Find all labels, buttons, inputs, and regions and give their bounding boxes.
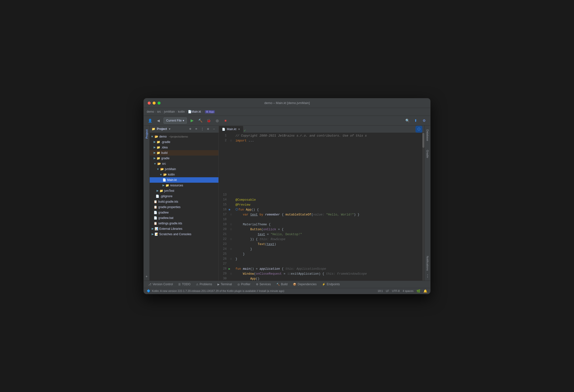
tab-services[interactable]: ⚙ Services	[253, 281, 273, 287]
maximize-button[interactable]	[158, 102, 161, 104]
code-line-29: Window(onCloseRequest = ::exitApplicatio…	[235, 271, 420, 276]
tree-item-resources[interactable]: ▶ 📁 resources	[150, 183, 218, 188]
vcs-button[interactable]: 👤	[147, 117, 153, 124]
code-line-1: // Copyright 2000-2021 JetBrains s.r.o. …	[235, 133, 420, 138]
tree-item-gradlew[interactable]: 📄 gradlew	[150, 210, 218, 215]
tab-endpoints[interactable]: ⚡ Endpoints	[320, 281, 342, 287]
code-content[interactable]: // Copyright 2000-2021 JetBrains s.r.o. …	[233, 133, 422, 281]
breadcrumb-app[interactable]: ⚙ App	[205, 110, 215, 113]
file-tree-content: ▼ 📂 demo ~/projects/demo ▶ 📁 .gradle ▶ 📁…	[150, 133, 218, 281]
locate-icon[interactable]: ⊕	[188, 126, 193, 131]
code-line-24: }	[235, 247, 420, 252]
code-line-22: }) { this: RowScope	[235, 237, 420, 242]
encoding[interactable]: UTF-8	[392, 289, 400, 292]
code-line-27	[235, 262, 420, 267]
build-button[interactable]: 🔨	[197, 117, 204, 124]
tree-item-jvmtest[interactable]: ▶ 📁 jvmTest	[150, 188, 218, 194]
project-sidebar-tab: Project +	[144, 125, 150, 281]
breadcrumb-jvmmain[interactable]: jvmMain	[164, 110, 175, 113]
tree-item-extlibs[interactable]: ▶ 📊 External Libraries	[150, 226, 218, 231]
notifications-tab[interactable]: Notifications	[426, 254, 429, 273]
code-editor[interactable]: 1 2 13 14 15 16 17 1	[219, 133, 424, 281]
navigate-back-button[interactable]: ◀	[155, 117, 162, 124]
close-tree-icon[interactable]: –	[212, 126, 216, 131]
tab-mainkt[interactable]: 📄 Main.kt ✕	[219, 126, 243, 133]
code-line-28: fun main() = application { this: Applica…	[235, 267, 420, 271]
code-line-21: text = "Hello, Desktop!"	[235, 232, 420, 237]
dependencies-icon: 📦	[293, 283, 296, 286]
tab-build[interactable]: 🔨 Build	[274, 281, 290, 287]
terminal-icon: ▶	[217, 283, 219, 286]
tree-item-root[interactable]: ▼ 📂 demo ~/projects/demo	[150, 134, 218, 139]
status-bar: 🔷 Kotlin: A new version 222-1.7.20-relea…	[144, 288, 430, 294]
tab-version-control-label: Version Control	[153, 283, 173, 286]
tab-close-icon[interactable]: ✕	[238, 128, 240, 131]
breadcrumb-demo[interactable]: demo	[147, 110, 154, 113]
collapse-all-icon[interactable]: ≡	[194, 126, 199, 131]
tab-problems[interactable]: ⚠ Problems	[194, 281, 215, 287]
breadcrumb-src[interactable]: src	[157, 110, 161, 113]
tab-services-label: Services	[260, 283, 271, 286]
tree-item-idea[interactable]: ▶ 📁 .idea	[150, 145, 218, 150]
line-ending[interactable]: LF	[386, 289, 389, 292]
code-line-25: }	[235, 252, 420, 257]
tree-item-gitignore[interactable]: 📄 .gitignore	[150, 194, 218, 199]
file-tree: 📁 Project ▾ ⊕ ≡ ⋮ ⚙ – ▼ 📂 demo ~/project…	[150, 125, 219, 281]
status-message[interactable]: Kotlin: A new version 222-1.7.20-release…	[152, 289, 284, 292]
tree-settings-icon[interactable]: ⋮	[200, 126, 205, 131]
title-bar: demo – Main.kt [demo.jvmMain]	[144, 98, 430, 108]
tree-header-icons: ⊕ ≡ ⋮ ⚙ –	[188, 126, 216, 131]
services-icon: ⚙	[256, 283, 258, 286]
code-line-3	[235, 143, 420, 148]
search-button[interactable]: 🔍	[404, 117, 410, 124]
tab-dependencies-label: Dependencies	[298, 283, 317, 286]
debug-button[interactable]: 🐞	[206, 117, 212, 124]
right-panel-more[interactable]: ⋮	[425, 274, 430, 279]
status-right: 18:1 LF UTF-8 4 spaces 🌿 🔔	[378, 289, 427, 293]
breadcrumb: demo › src › jvmMain › kotlin › 📄 Main.k…	[144, 108, 430, 116]
editor-area: 📄 Main.kt ✕ ✓ ⬡ 1 2	[219, 125, 424, 281]
code-line-10	[235, 178, 420, 183]
project-tab-label[interactable]: Project	[145, 127, 148, 141]
tab-version-control[interactable]: ⎇ Version Control	[146, 281, 175, 287]
notifications-icon[interactable]: 🔔	[423, 289, 427, 293]
add-icon[interactable]: +	[145, 275, 147, 279]
tree-item-src[interactable]: ▼ 📂 src	[150, 161, 218, 166]
tree-item-gradle-folder[interactable]: ▶ 📁 gradle	[150, 156, 218, 161]
gradle-tab[interactable]: Gradle	[426, 148, 429, 160]
gear-icon[interactable]: ⚙	[206, 126, 211, 131]
database-tab[interactable]: Database	[426, 127, 429, 143]
tree-item-gradlewbat[interactable]: 📄 gradlew.bat	[150, 215, 218, 221]
vertical-scrollbar[interactable]	[422, 133, 424, 281]
indent[interactable]: 4 spaces	[403, 289, 413, 292]
minimize-button[interactable]	[153, 102, 156, 104]
tree-item-scratches[interactable]: ▶ 📝 Scratches and Consoles	[150, 231, 218, 237]
current-file-selector[interactable]: Current File ▾	[164, 117, 187, 124]
stop-button[interactable]: ■	[222, 117, 229, 124]
code-line-26: }	[235, 257, 420, 262]
breadcrumb-kotlin[interactable]: kotlin	[178, 110, 185, 113]
tree-item-settings[interactable]: 📋 settings.gradle.kts	[150, 221, 218, 226]
traffic-lights	[148, 102, 161, 104]
tree-item-gradle[interactable]: ▶ 📁 .gradle	[150, 139, 218, 145]
breadcrumb-mainkt[interactable]: Main.kt	[192, 110, 201, 113]
run-button[interactable]: ▶	[189, 117, 195, 124]
tree-item-kotlin[interactable]: ▼ 📂 kotlin	[150, 172, 218, 177]
tree-item-mainkt[interactable]: 📄 Main.kt	[150, 177, 218, 183]
tab-dependencies[interactable]: 📦 Dependencies	[290, 281, 319, 287]
update-button[interactable]: ⬆	[412, 117, 419, 124]
code-line-9	[235, 173, 420, 178]
settings-button[interactable]: ⚙	[421, 117, 427, 124]
tree-item-build[interactable]: ▶ 📁 build	[150, 150, 218, 156]
tab-todo[interactable]: ☰ TODO	[176, 281, 193, 287]
tree-item-buildgradle[interactable]: 📋 build.gradle.kts	[150, 199, 218, 204]
tab-profiler[interactable]: ◎ Profiler	[235, 281, 253, 287]
profile-button[interactable]: ◎	[214, 117, 220, 124]
cursor-position[interactable]: 18:1	[378, 289, 383, 292]
tab-terminal[interactable]: ▶ Terminal	[215, 281, 234, 287]
compose-preview-icon[interactable]: ⬡	[415, 126, 422, 133]
tree-item-gradleprops[interactable]: 📋 gradle.properties	[150, 204, 218, 210]
code-line-15: @Preview	[235, 202, 420, 207]
close-button[interactable]	[148, 102, 151, 104]
tree-item-jvmmain[interactable]: ▼ 📂 jvmMain	[150, 166, 218, 172]
